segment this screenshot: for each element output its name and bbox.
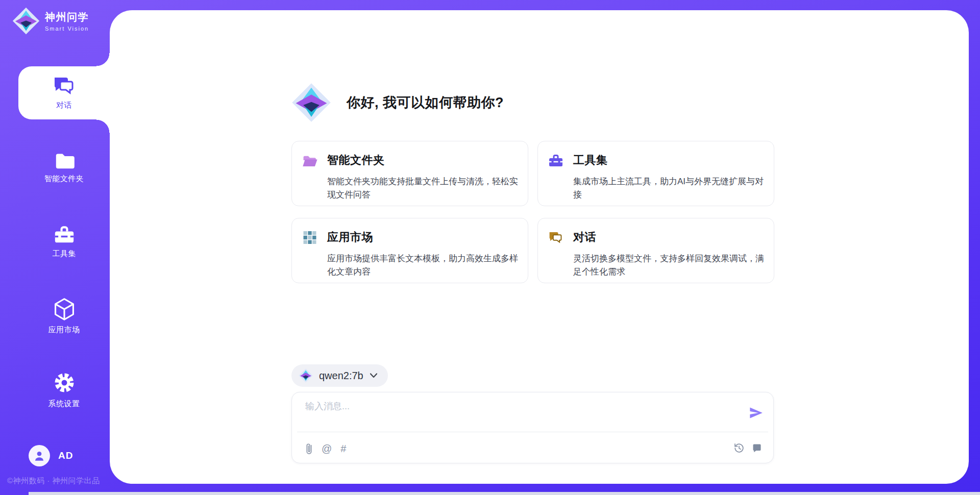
- card-toolset[interactable]: 工具集 集成市场上主流工具，助力AI与外界无缝扩展与对接: [537, 141, 774, 206]
- model-selector[interactable]: qwen2:7b: [291, 364, 388, 387]
- card-title: 对话: [573, 230, 596, 245]
- chevron-down-icon: [370, 373, 378, 379]
- feedback-button[interactable]: [752, 443, 762, 453]
- main-panel: 你好, 我可以如何帮助你? 智能文件夹 智能文件夹功能支持批量文件上传与清洗，轻…: [110, 10, 969, 484]
- card-title: 应用市场: [327, 230, 373, 245]
- send-button[interactable]: [749, 406, 763, 420]
- app-root: { "brand": { "name": "神州问学", "subtitle":…: [0, 0, 980, 495]
- card-description: 灵活切换多模型文件，支持多样回复效果调试，满足个性化需求: [573, 252, 768, 279]
- message-input[interactable]: [305, 400, 734, 427]
- diamond-logo-icon: [291, 83, 331, 122]
- brand-logo: 神州问学 Smart Vision: [12, 7, 89, 35]
- toolbox-icon: [53, 224, 76, 244]
- composer-divider: [297, 432, 768, 432]
- hashtag-button[interactable]: #: [340, 443, 346, 454]
- hashtag-icon: #: [340, 443, 346, 454]
- avatar: [29, 445, 50, 466]
- mention-button[interactable]: @: [322, 443, 332, 454]
- message-composer: @ #: [291, 392, 774, 463]
- card-description: 智能文件夹功能支持批量文件上传与清洗，轻松实现文件问答: [327, 175, 522, 202]
- brand-name: 神州问学: [45, 10, 89, 24]
- greeting-title: 你好, 我可以如何帮助你?: [347, 93, 504, 112]
- sidebar-item-label: 智能文件夹: [44, 174, 84, 184]
- sidebar-item-folders[interactable]: 智能文件夹: [18, 141, 110, 194]
- user-profile[interactable]: AD: [29, 445, 73, 466]
- folder-icon: [53, 151, 76, 169]
- cube-icon: [53, 297, 76, 320]
- gear-icon: [53, 371, 76, 394]
- card-description: 集成市场上主流工具，助力AI与外界无缝扩展与对接: [573, 175, 768, 202]
- chat-bubbles-icon: [53, 76, 76, 96]
- copyright-text: ©神州数码 · 神州问学出品: [7, 476, 100, 486]
- send-icon: [749, 406, 763, 420]
- folder-open-icon: [302, 154, 317, 167]
- attach-file-button[interactable]: [305, 442, 313, 455]
- sidebar-item-label: 系统设置: [48, 399, 80, 409]
- composer-tools-left: @ #: [305, 442, 346, 455]
- viewport-bottom-strip: [29, 492, 980, 495]
- brand-subtitle: Smart Vision: [45, 26, 89, 32]
- card-title: 智能文件夹: [327, 153, 385, 168]
- card-app-market[interactable]: 应用市场 应用市场提供丰富长文本模板，助力高效生成多样化文章内容: [291, 218, 528, 283]
- grid-icon: [302, 231, 317, 244]
- sidebar-item-chat[interactable]: 对话: [18, 66, 110, 119]
- composer-tools-right: [733, 442, 762, 454]
- sidebar-item-settings[interactable]: 系统设置: [18, 363, 110, 416]
- person-avatar-icon: [33, 449, 46, 462]
- mention-icon: @: [322, 443, 332, 454]
- attachment-icon: [305, 442, 313, 455]
- card-description: 应用市场提供丰富长文本模板，助力高效生成多样化文章内容: [327, 252, 522, 279]
- card-chat[interactable]: 对话 灵活切换多模型文件，支持多样回复效果调试，满足个性化需求: [537, 218, 774, 283]
- sidebar-item-label: 工具集: [52, 249, 76, 259]
- model-name: qwen2:7b: [319, 370, 363, 382]
- feature-cards: 智能文件夹 智能文件夹功能支持批量文件上传与清洗，轻松实现文件问答 工具集 集成…: [291, 141, 774, 283]
- card-smart-folder[interactable]: 智能文件夹 智能文件夹功能支持批量文件上传与清洗，轻松实现文件问答: [291, 141, 528, 206]
- diamond-logo-icon: [299, 368, 313, 383]
- feedback-icon: [752, 443, 762, 453]
- user-initials: AD: [58, 450, 73, 461]
- diamond-logo-icon: [12, 7, 40, 35]
- sidebar: 神州问学 Smart Vision 对话 智能文件夹 工具集 应用市场: [0, 0, 110, 495]
- sidebar-item-tools[interactable]: 工具集: [18, 215, 110, 268]
- sidebar-item-label: 应用市场: [48, 325, 80, 335]
- greeting: 你好, 我可以如何帮助你?: [291, 83, 504, 122]
- history-button[interactable]: [733, 442, 745, 454]
- history-icon: [733, 442, 745, 454]
- card-title: 工具集: [573, 153, 608, 168]
- toolbox-icon: [548, 154, 564, 167]
- sidebar-item-label: 对话: [56, 101, 72, 110]
- chat-bubbles-icon: [548, 231, 564, 244]
- sidebar-item-market[interactable]: 应用市场: [18, 289, 110, 342]
